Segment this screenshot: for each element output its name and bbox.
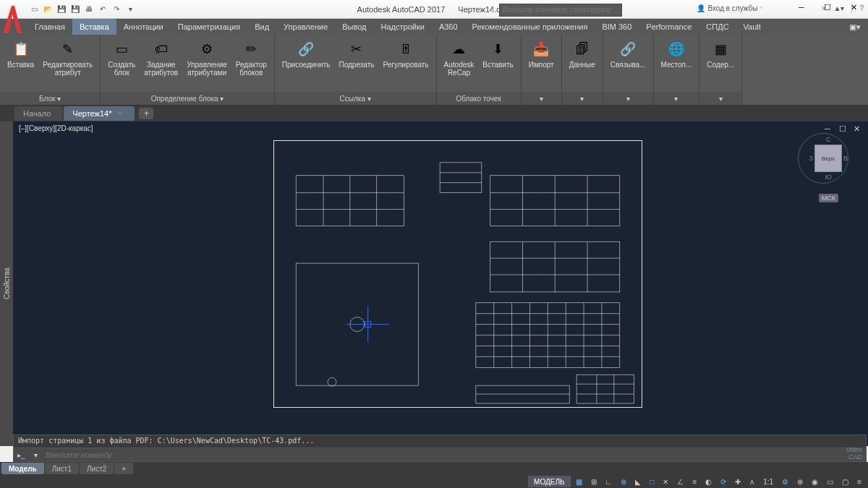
vp-restore-icon[interactable]: ☐ (839, 124, 849, 133)
qat-redo-icon[interactable]: ↷ (110, 3, 123, 16)
snap-icon[interactable]: ⊞ (587, 476, 600, 487)
viewport-label[interactable]: [–][Сверху][2D-каркас] (19, 124, 93, 132)
qat-saveas-icon[interactable]: 💾 (69, 3, 82, 16)
search-input[interactable] (499, 4, 622, 17)
qat-plot-icon[interactable]: 🖶 (82, 3, 95, 16)
ribbon-btn-label: Содер... (707, 61, 734, 69)
ribbon-btn-8-0[interactable]: ▦Содер... (704, 38, 737, 70)
grid-icon[interactable]: ▦ (572, 476, 586, 487)
ribbon-panel-title[interactable]: ▾ (603, 92, 653, 105)
ribbon-tab-3[interactable]: Параметризация (171, 19, 247, 35)
workspace-icon[interactable]: ⊕ (793, 476, 807, 487)
doc-tab-0[interactable]: Начало (14, 106, 62, 121)
isolate-icon[interactable]: ◉ (808, 476, 822, 487)
doc-tab-add[interactable]: + (139, 108, 153, 119)
ribbon-btn-0-0[interactable]: 📋Вставка (4, 38, 37, 70)
minimize-button[interactable]: ─ (788, 0, 814, 14)
ribbon-btn-2-2[interactable]: 🎚Регулировать (380, 38, 431, 70)
drawing-canvas[interactable]: [–][Сверху][2D-каркас] ─ ☐ ✕ (13, 121, 868, 446)
command-input[interactable] (43, 450, 866, 459)
layout-tab-add[interactable]: + (114, 463, 133, 474)
ribbon-panel-title[interactable]: Облако точек (437, 92, 521, 105)
qat-save-icon[interactable]: 💾 (55, 3, 68, 16)
ribbon-btn-5-0[interactable]: 🗐Данные (566, 38, 598, 70)
ribbon-btn-0-1[interactable]: ✎Редактировать атрибут (40, 38, 95, 78)
isodraft-icon[interactable]: ◣ (631, 476, 644, 487)
ribbon-tab-10[interactable]: BIM 360 (595, 19, 639, 35)
ribbon-panel-title[interactable]: ▾ (654, 92, 699, 105)
qat-open-icon[interactable]: 📂 (41, 3, 54, 16)
qat-more-icon[interactable]: ▾ (124, 3, 137, 16)
hwaccel-icon[interactable]: ▭ (823, 476, 837, 487)
cycling-icon[interactable]: ⟳ (717, 476, 730, 487)
ribbon-tab-8[interactable]: A360 (432, 19, 465, 35)
polar-icon[interactable]: ⊛ (617, 476, 630, 487)
ribbon-tab-0[interactable]: Главная (27, 19, 72, 35)
close-button[interactable]: ✕ (841, 0, 867, 14)
scale-label[interactable]: 1:1 (760, 476, 777, 487)
transparency-icon[interactable]: ◐ (702, 476, 715, 487)
ribbon-panel-title[interactable]: Определение блока ▾ (101, 92, 274, 105)
doc-tab-1[interactable]: Чертеж14*✕ (64, 106, 135, 121)
workspace: Свойства [–][Сверху][2D-каркас] ─ ☐ ✕ (0, 121, 868, 446)
properties-palette-tab[interactable]: Свойства (0, 121, 13, 446)
vp-minimize-icon[interactable]: ─ (825, 124, 835, 133)
ribbon-btn-1-1[interactable]: 🏷Задание атрибутов (141, 38, 181, 78)
ribbon-tab-9[interactable]: Рекомендованные приложения (465, 19, 595, 35)
ribbon-tab-13[interactable]: Vault (736, 19, 768, 35)
annoscale-icon[interactable]: ⋏ (746, 476, 758, 487)
cleanscreen-icon[interactable]: ▢ (838, 476, 852, 487)
ribbon-btn-1-2[interactable]: ⚙Управление атрибутами (184, 38, 230, 78)
doc-tab-close-icon[interactable]: ✕ (117, 110, 123, 117)
layout-tab-2[interactable]: Лист2 (80, 463, 114, 474)
ribbon-btn-3-1[interactable]: ⬇Вставить (480, 38, 516, 70)
ribbon-btn-6-0[interactable]: 🔗Связыва... (608, 38, 649, 70)
ribbon-btn-3-0[interactable]: ☁Autodesk ReCap (441, 38, 477, 78)
ribbon-btn-label: Вставка (7, 61, 34, 69)
ribbon-btn-4-0[interactable]: 📥Импорт (526, 38, 557, 70)
ribbon-tab-12[interactable]: СПДС (699, 19, 736, 35)
signin-button[interactable]: 👤 Вход в службы▾ (697, 4, 762, 12)
wcs-label[interactable]: МСК (819, 194, 838, 202)
ribbon-panel-title[interactable]: Ссылка ▾ (275, 92, 436, 105)
ribbon: 📋Вставка✎Редактировать атрибутБлок ▾▭Соз… (0, 35, 868, 106)
3dosnap-icon[interactable]: ✕ (659, 476, 672, 487)
ribbon-collapse-icon[interactable]: ▣▾ (842, 19, 868, 35)
svg-rect-45 (476, 385, 569, 403)
ribbon-panel-title[interactable]: ▾ (699, 92, 741, 105)
ribbon-tab-7[interactable]: Надстройки (374, 19, 432, 35)
gear-icon[interactable]: ⚙ (778, 476, 792, 487)
ortho-icon[interactable]: ∟ (602, 476, 616, 487)
ribbon-btn-1-3[interactable]: ✏Редактор блоков (233, 38, 270, 78)
ribbon-btn-2-0[interactable]: 🔗Присоединить (279, 38, 333, 70)
ribbon-btn-2-1[interactable]: ✂Подрезать (336, 38, 378, 70)
ribbon-tab-1[interactable]: Вставка (72, 19, 116, 35)
viewcube[interactable]: С З Верх В Ю МСК (809, 136, 848, 202)
annomonitor-icon[interactable]: ✚ (731, 476, 744, 487)
qat-undo-icon[interactable]: ↶ (96, 3, 109, 16)
ribbon-btn-7-0[interactable]: 🌐Местоп... (658, 38, 695, 70)
ribbon-tab-6[interactable]: Вывод (335, 19, 373, 35)
layout-tab-1[interactable]: Лист1 (45, 463, 79, 474)
ribbon-tab-5[interactable]: Управление (276, 19, 335, 35)
osnap-icon[interactable]: □ (646, 476, 658, 487)
custom-icon[interactable]: ≡ (854, 476, 865, 487)
ribbon-panel-title[interactable]: Блок ▾ (0, 92, 100, 105)
ribbon-panel-title[interactable]: ▾ (562, 92, 603, 105)
command-prompt-icon[interactable]: ▸_ (14, 451, 28, 459)
maximize-button[interactable]: ☐ (814, 0, 841, 14)
vp-close-icon[interactable]: ✕ (854, 124, 864, 133)
ribbon-tab-11[interactable]: Performance (639, 19, 699, 35)
layout-tab-0[interactable]: Модель (1, 463, 44, 474)
lineweight-icon[interactable]: ≡ (689, 476, 700, 487)
ribbon-tab-4[interactable]: Вид (247, 19, 276, 35)
ribbon-panel-title[interactable]: ▾ (522, 92, 561, 105)
otrack-icon[interactable]: ∠ (673, 476, 687, 487)
command-dd-icon[interactable]: ▾ (28, 451, 43, 459)
ribbon-btn-1-0[interactable]: ▭Создать блок (105, 38, 138, 78)
ribbon-btn-icon: 📋 (11, 39, 31, 59)
qat-new-icon[interactable]: ▭ (27, 3, 41, 16)
ribbon-btn-label: Регулировать (383, 61, 428, 69)
status-model-button[interactable]: МОДЕЛЬ (528, 476, 570, 487)
ribbon-tab-2[interactable]: Аннотации (116, 19, 171, 35)
